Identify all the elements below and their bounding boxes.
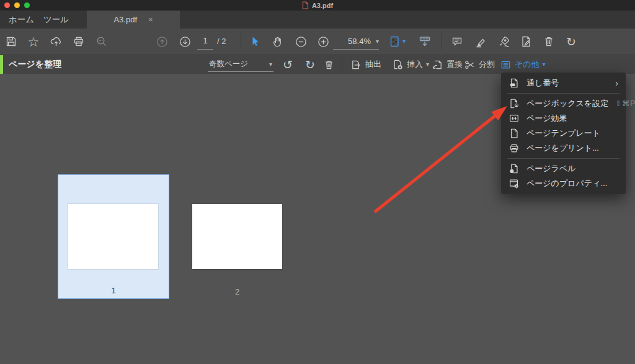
insert-page-icon <box>392 59 404 71</box>
print-button[interactable] <box>70 29 87 55</box>
page-thumbnail-2[interactable] <box>192 204 282 269</box>
page-1-preview <box>68 204 158 269</box>
toolbar-separator <box>342 58 342 71</box>
page-display-icon <box>388 35 401 48</box>
previous-page-button[interactable] <box>153 29 171 55</box>
nav-home[interactable]: ホーム <box>4 11 39 29</box>
edit-page-button[interactable] <box>518 29 535 55</box>
share-cloud-button[interactable] <box>47 29 64 55</box>
tab-bar: ホーム ツール A3.pdf × <box>0 11 635 29</box>
redo-icon: ↻ <box>566 36 576 48</box>
page-down-icon <box>179 35 192 48</box>
cloud-upload-icon <box>50 35 63 48</box>
more-options-menu: 012 通し番号 › ページボックスを設定 ⇧⌘P ページ効果 ページテンプレー… <box>501 73 626 194</box>
window-titlebar: A3.pdf <box>0 0 635 11</box>
menu-item-page-templates[interactable]: ページテンプレート <box>501 126 626 141</box>
select-tool-button[interactable] <box>246 29 264 55</box>
menu-separator <box>507 93 619 94</box>
tab-close-icon[interactable]: × <box>148 15 153 24</box>
replace-button[interactable]: 置換 <box>432 55 463 74</box>
save-button[interactable] <box>2 29 20 55</box>
menu-item-label: ページテンプレート <box>526 128 600 139</box>
page-2-number: 2 <box>192 287 282 296</box>
page-range-select[interactable]: 奇数ページ ▾ <box>208 57 273 72</box>
submenu-chevron-icon: › <box>615 78 618 88</box>
comment-button[interactable] <box>448 29 466 55</box>
page-1-number: 1 <box>58 286 169 295</box>
zoom-in-button[interactable] <box>314 29 332 55</box>
rotate-left-icon: ↺ <box>283 59 293 71</box>
menu-item-page-transitions[interactable]: ページ効果 <box>501 111 626 126</box>
insert-button[interactable]: 挿入 ▾ <box>392 55 429 74</box>
menu-item-set-page-boxes[interactable]: ページボックスを設定 ⇧⌘P <box>501 96 626 111</box>
menu-shortcut: ⇧⌘P <box>615 99 635 108</box>
scrolling-pages-icon <box>418 35 432 48</box>
document-tab-label: A3.pdf <box>113 15 137 24</box>
scroll-mode-button[interactable] <box>416 29 433 55</box>
split-button[interactable]: 分割 <box>464 55 495 74</box>
chevron-down-icon: ▾ <box>402 38 406 45</box>
numbering-badge-text: 012 <box>511 84 515 86</box>
more-label: その他 <box>515 59 540 70</box>
extract-page-icon <box>350 59 362 71</box>
star-button[interactable]: ☆ <box>25 29 42 55</box>
page-range-value: 奇数ページ <box>209 59 248 69</box>
page-effects-icon <box>508 113 520 124</box>
main-toolbar: ☆ 1 / 2 58.4% ▾ ▾ <box>0 29 635 55</box>
fill-sign-button[interactable] <box>495 29 513 55</box>
page-up-icon <box>156 35 169 48</box>
page-display-button[interactable]: ▾ <box>388 29 406 55</box>
menu-item-label: ページをプリント... <box>526 143 599 154</box>
page-template-icon <box>508 128 520 139</box>
menu-item-print-pages[interactable]: ページをプリント... <box>501 141 626 156</box>
page-properties-icon <box>508 178 520 189</box>
extract-button[interactable]: 抽出 <box>350 55 381 74</box>
hand-tool-button[interactable] <box>269 29 286 55</box>
scissors-icon <box>464 59 476 71</box>
extract-label: 抽出 <box>365 59 381 70</box>
chevron-down-icon: ▾ <box>543 61 546 68</box>
document-tab[interactable]: A3.pdf × <box>87 11 180 29</box>
zoom-level-control[interactable]: 58.4% ▾ <box>333 33 379 50</box>
menu-item-label: ページボックスを設定 <box>526 98 608 109</box>
tool-title: ページを整理 <box>9 55 61 74</box>
zoom-out-icon <box>295 35 308 48</box>
window-title: A3.pdf <box>0 0 635 11</box>
redo-button[interactable]: ↻ <box>562 29 580 55</box>
rotate-left-button[interactable]: ↺ <box>280 55 296 74</box>
next-page-button[interactable] <box>176 29 193 55</box>
pdf-file-icon <box>302 1 309 9</box>
page-number-input[interactable]: 1 <box>197 33 213 50</box>
rotate-right-button[interactable]: ↻ <box>302 55 318 74</box>
chevron-down-icon: ▾ <box>269 61 272 68</box>
search-button[interactable] <box>93 29 110 55</box>
menu-item-label: ページ効果 <box>526 113 567 124</box>
comment-icon <box>451 35 463 48</box>
delete-button[interactable] <box>540 29 557 55</box>
hand-icon <box>272 35 284 48</box>
zoom-in-icon <box>317 35 330 48</box>
trash-icon <box>323 59 335 71</box>
organize-toolbar: ページを整理 奇数ページ ▾ ↺ ↻ 抽出 挿入 ▾ 置換 分割 その他 ▾ <box>0 55 635 74</box>
trash-icon <box>543 35 555 48</box>
menu-item-page-properties[interactable]: ページのプロパティ... <box>501 176 626 191</box>
toolbar-separator <box>241 33 241 50</box>
fill-sign-icon <box>498 35 510 48</box>
delete-pages-button[interactable] <box>321 55 337 74</box>
highlight-button[interactable] <box>472 29 489 55</box>
menu-item-bates-numbering[interactable]: 012 通し番号 › <box>501 76 626 91</box>
menu-item-label: ページのプロパティ... <box>526 178 607 189</box>
menu-item-page-labels[interactable]: 1 ページラベル <box>501 161 626 176</box>
replace-label: 置換 <box>446 59 463 70</box>
chevron-down-icon: ▾ <box>426 61 429 68</box>
cursor-icon <box>249 35 261 48</box>
nav-tools[interactable]: ツール <box>38 11 74 29</box>
page-count-label: / 2 <box>217 33 226 50</box>
replace-page-icon <box>432 59 443 71</box>
window-title-text: A3.pdf <box>312 2 333 9</box>
insert-label: 挿入 <box>407 59 423 70</box>
more-options-button[interactable]: その他 ▾ <box>500 55 546 74</box>
zoom-out-button[interactable] <box>292 29 309 55</box>
split-label: 分割 <box>479 59 495 70</box>
page-thumbnail-1[interactable]: 1 <box>58 174 169 299</box>
